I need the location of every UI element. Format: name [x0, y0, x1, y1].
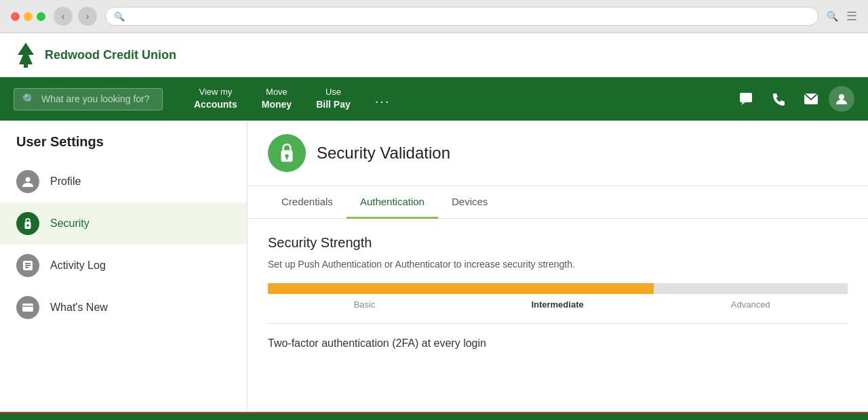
svg-marker-0: [18, 43, 34, 64]
label-advanced: Advanced: [654, 299, 847, 310]
content-area: Security Validation Credentials Authenti…: [248, 121, 868, 412]
sidebar-item-profile[interactable]: Profile: [0, 161, 247, 203]
nav-icons: [731, 84, 854, 114]
progress-labels: Basic Intermediate Advanced: [268, 299, 848, 310]
security-icon: [16, 212, 39, 235]
browser-chrome: ‹ › 🔍 🔍 ☰: [0, 0, 868, 33]
mail-icon: [804, 92, 818, 106]
nav-item-money[interactable]: Move Money: [251, 81, 302, 116]
search-input[interactable]: [41, 93, 154, 104]
two-factor-title: Two-factor authentication (2FA) at every…: [268, 337, 848, 350]
nav-item-accounts[interactable]: View my Accounts: [183, 81, 248, 116]
dot-yellow: [24, 12, 33, 21]
search-bar-container[interactable]: 🔍: [14, 88, 163, 110]
nav-items: View my Accounts Move Money Use Bill Pay…: [183, 81, 401, 116]
section-divider: [268, 323, 848, 324]
label-intermediate: Intermediate: [461, 299, 654, 310]
svg-point-5: [839, 94, 844, 100]
content-header: Security Validation: [248, 121, 868, 186]
toast-notification: Google Authentication has been successfu…: [0, 412, 868, 420]
svg-point-16: [285, 154, 288, 158]
phone-icon-btn[interactable]: [764, 84, 793, 114]
nav-more-button[interactable]: ...: [364, 85, 401, 112]
lock-circle-icon: [268, 134, 306, 172]
sidebar-item-whats-new[interactable]: What's New: [0, 287, 247, 329]
security-strength-title: Security Strength: [268, 235, 848, 251]
svg-point-6: [26, 177, 31, 182]
progress-basic: [268, 283, 461, 294]
browser-search-icon: 🔍: [827, 11, 838, 22]
search-icon: 🔍: [22, 93, 36, 106]
svg-rect-2: [740, 93, 752, 102]
svg-point-8: [26, 224, 29, 227]
browser-dots: [11, 12, 45, 21]
svg-rect-13: [22, 303, 33, 312]
main-layout: User Settings Profile: [0, 121, 868, 412]
tab-devices[interactable]: Devices: [438, 186, 501, 219]
brand-name: Redwood Credit Union: [45, 48, 176, 62]
chat-icon-btn[interactable]: [731, 84, 761, 114]
nav-bar: 🔍 View my Accounts Move Money Use Bill P…: [0, 77, 868, 121]
phone-icon: [771, 91, 786, 106]
progress-bar: [268, 283, 848, 294]
sidebar: User Settings Profile: [0, 121, 248, 412]
tabs: Credentials Authentication Devices: [248, 186, 868, 219]
user-icon-btn[interactable]: [829, 86, 854, 112]
page-title: Security Validation: [317, 144, 450, 163]
forward-button[interactable]: ›: [78, 7, 97, 26]
dot-green: [37, 12, 45, 21]
tab-authentication[interactable]: Authentication: [347, 186, 438, 219]
browser-nav: ‹ ›: [54, 7, 97, 26]
chat-icon: [738, 91, 753, 106]
activity-log-icon: [16, 254, 39, 277]
dot-red: [11, 12, 20, 21]
sidebar-item-security[interactable]: Security: [0, 203, 247, 245]
url-search-icon: 🔍: [114, 12, 125, 22]
logo-icon: [14, 41, 38, 68]
svg-rect-1: [24, 64, 28, 68]
sidebar-title: User Settings: [0, 134, 247, 161]
app-container: Redwood Credit Union 🔍 View my Accounts …: [0, 33, 868, 420]
sidebar-item-activity-log[interactable]: Activity Log: [0, 245, 247, 287]
content-body: Security Strength Set up Push Authentica…: [248, 219, 868, 366]
whats-new-icon: [16, 296, 39, 319]
user-icon: [835, 92, 848, 106]
url-bar[interactable]: 🔍: [105, 7, 818, 26]
progress-container: Basic Intermediate Advanced: [268, 283, 848, 310]
security-strength-desc: Set up Push Authentication or Authentica…: [268, 259, 848, 270]
mail-icon-btn[interactable]: [796, 84, 826, 114]
app-header: Redwood Credit Union: [0, 33, 868, 77]
browser-menu-icon: ☰: [846, 9, 857, 24]
logo: Redwood Credit Union: [14, 41, 176, 68]
progress-intermediate: [461, 283, 654, 294]
nav-item-billpay[interactable]: Use Bill Pay: [305, 81, 361, 116]
progress-advanced: [654, 283, 848, 294]
tab-credentials[interactable]: Credentials: [268, 186, 347, 219]
profile-icon: [16, 170, 39, 193]
label-basic: Basic: [268, 299, 461, 310]
back-button[interactable]: ‹: [54, 7, 73, 26]
svg-marker-3: [741, 102, 745, 105]
